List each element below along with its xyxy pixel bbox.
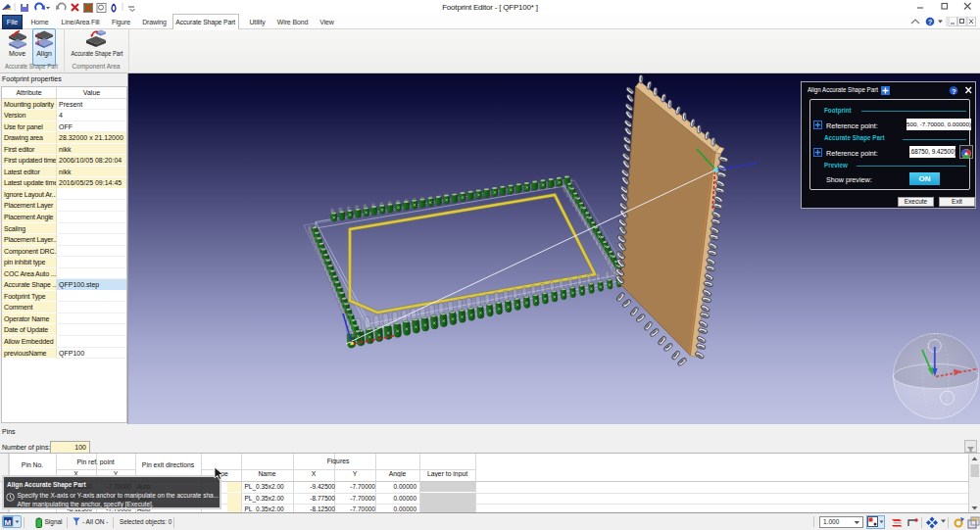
svg-text:?: ? [928,19,932,25]
svg-text:M: M [5,518,12,527]
svg-text:?: ? [952,87,956,96]
